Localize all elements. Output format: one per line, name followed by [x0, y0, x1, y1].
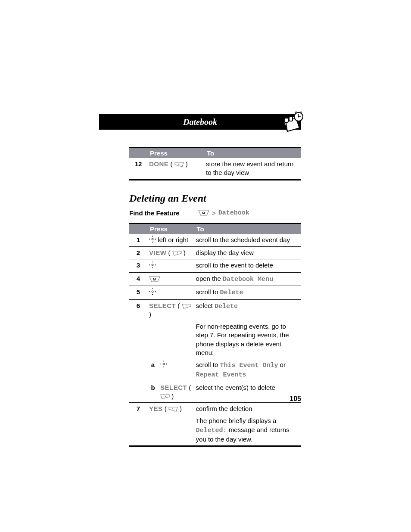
svg-text:M: M [202, 211, 205, 215]
fourway-nav-icon [149, 236, 156, 245]
step-press: YES ( ) [147, 403, 194, 415]
step-note: For non-repeating events, go to step 7. … [194, 320, 301, 359]
svg-point-6 [152, 238, 153, 240]
step-press: M [147, 273, 194, 286]
find-feature-label: Find the Feature [129, 209, 198, 217]
step-press: SELECT ( ) [147, 299, 194, 320]
svg-rect-0 [285, 118, 288, 122]
substep-letter: a [147, 359, 159, 382]
step-number: 4 [129, 273, 147, 286]
step-number: 5 [129, 286, 147, 299]
left-softkey-icon [168, 407, 178, 412]
svg-point-13 [165, 396, 166, 397]
svg-rect-1 [289, 117, 293, 121]
step-description: select Delete [194, 299, 301, 320]
svg-point-12 [163, 363, 165, 365]
step-press [147, 259, 194, 273]
right-softkey-icon [160, 394, 170, 399]
page-number: 105 [290, 395, 301, 403]
step-description: scroll to This Event Only or Repeat Even… [194, 359, 301, 382]
left-softkey-icon [174, 162, 184, 167]
step-description: open the Datebook Menu [194, 273, 301, 286]
step-description: display the day view [194, 247, 301, 259]
svg-point-10 [152, 291, 153, 292]
table-header-press: Press [147, 223, 194, 234]
feature-path: M > Datebook [198, 209, 249, 217]
section-heading: Deleting an Event [129, 193, 301, 204]
step-number: 7 [129, 403, 147, 415]
menu-key-icon: M [149, 276, 160, 282]
svg-text:M: M [153, 277, 156, 281]
fourway-nav-icon [160, 361, 167, 370]
chapter-header-bar: Datebook [99, 114, 301, 130]
fourway-nav-icon [149, 261, 156, 271]
step-press: SELECT ( ) [159, 382, 194, 403]
step-note: The phone briefly displays a Deleted: me… [194, 415, 301, 446]
find-the-feature: Find the Feature M > Datebook [129, 209, 301, 217]
table-header-to: To [204, 148, 301, 159]
substep-letter: b [147, 382, 159, 403]
step-press: DONE ( ) [147, 158, 204, 180]
table-header-to: To [194, 223, 301, 234]
svg-point-14 [172, 408, 174, 410]
svg-point-7 [177, 252, 178, 254]
step-description: scroll to Delete [194, 286, 301, 299]
right-softkey-icon [172, 251, 182, 256]
step-press: left or right [147, 234, 194, 247]
chapter-title: Datebook [183, 117, 217, 127]
step-number: 2 [129, 247, 147, 259]
menu-key-icon: M [198, 210, 209, 216]
step-press: VIEW ( ) [147, 247, 194, 259]
steps-table-delete: Press To 1 left or right scroll to the s… [129, 223, 301, 447]
step-number: 12 [129, 158, 147, 180]
svg-point-11 [186, 305, 187, 306]
fourway-nav-icon [149, 288, 156, 297]
svg-point-8 [152, 264, 153, 266]
right-softkey-icon [182, 304, 191, 309]
step-number: 1 [129, 234, 147, 247]
step-description: select the event(s) to delete [194, 382, 301, 403]
datebook-icon [280, 112, 304, 135]
step-number: 6 [129, 299, 147, 320]
table-header-press: Press [147, 148, 204, 159]
step-description: store the new event and return to the da… [204, 158, 301, 180]
svg-point-4 [178, 164, 179, 165]
chapter-header: Datebook [129, 114, 301, 130]
step-description: confirm the deletion [194, 403, 301, 415]
step-description: scroll to the event to delete [194, 259, 301, 273]
step-press [147, 286, 194, 299]
step-description: scroll to the scheduled event day [194, 234, 301, 247]
steps-table-continued: Press To 12 DONE ( ) store the new event… [129, 147, 301, 180]
manual-page: Datebook [0, 0, 411, 532]
step-press [159, 359, 194, 382]
step-number: 3 [129, 259, 147, 273]
